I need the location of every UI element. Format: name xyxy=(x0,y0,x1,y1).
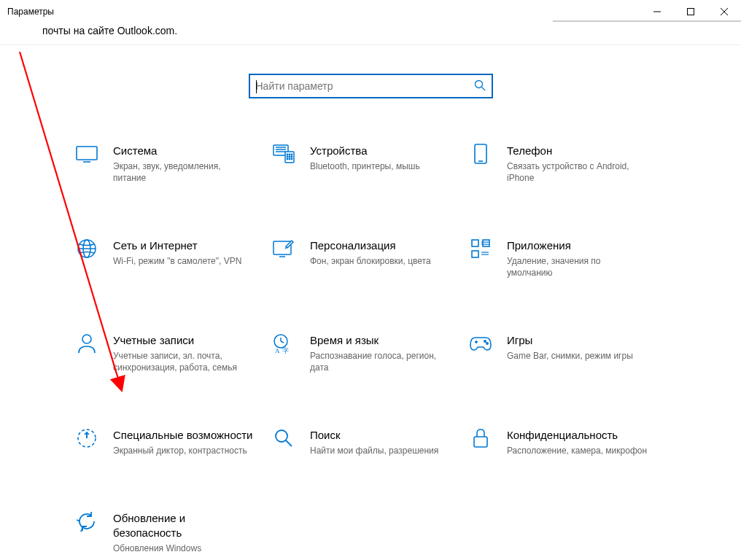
system-icon xyxy=(75,142,98,166)
category-title: Персонализация xyxy=(310,238,451,253)
svg-rect-1 xyxy=(688,8,694,15)
category-title: Система xyxy=(113,144,254,158)
search-input[interactable] xyxy=(256,80,474,92)
svg-point-19 xyxy=(287,158,287,159)
category-accounts[interactable]: Учетные записи Учетные записи, эл. почта… xyxy=(75,333,272,373)
window-titlebar: Параметры xyxy=(0,0,741,23)
ease-of-access-icon xyxy=(75,427,98,450)
update-icon xyxy=(75,510,98,533)
search-box[interactable] xyxy=(249,74,493,98)
category-privacy[interactable]: Конфиденциальность Расположение, камера,… xyxy=(469,428,666,456)
category-title: Обновление и безопасность xyxy=(113,511,254,540)
category-desc: Bluetooth, принтеры, мышь xyxy=(310,160,451,172)
settings-grid: Система Экран, звук, уведомления, питани… xyxy=(75,144,666,554)
category-desc: Связать устройство с Android, iPhone xyxy=(507,160,648,184)
category-desc: Расположение, камера, микрофон xyxy=(507,445,648,456)
category-desc: Game Bar, снимки, режим игры xyxy=(507,350,648,362)
text-caret xyxy=(256,80,257,93)
category-network[interactable]: Сеть и Интернет Wi-Fi, режим "в самолете… xyxy=(75,238,272,279)
svg-rect-32 xyxy=(472,251,478,257)
category-ease-of-access[interactable]: Специальные возможности Экранный диктор,… xyxy=(75,428,272,456)
category-search[interactable]: Поиск Найти мои файлы, разрешения xyxy=(272,428,469,456)
svg-point-13 xyxy=(287,154,287,155)
svg-point-17 xyxy=(289,156,290,157)
category-title: Игры xyxy=(507,333,648,348)
svg-rect-22 xyxy=(475,144,486,163)
svg-line-40 xyxy=(281,341,284,343)
svg-point-37 xyxy=(82,335,91,343)
window-title: Параметры xyxy=(7,7,54,17)
category-gaming[interactable]: Игры Game Bar, снимки, режим игры xyxy=(469,333,666,373)
category-apps[interactable]: Приложения Удаление, значения по умолчан… xyxy=(469,238,666,279)
svg-rect-30 xyxy=(472,240,478,246)
category-desc: Экран, звук, уведомления, питание xyxy=(113,160,254,184)
maximize-button[interactable] xyxy=(674,0,707,23)
close-button[interactable] xyxy=(707,0,741,23)
category-update-security[interactable]: Обновление и безопасность Обновления Win… xyxy=(75,511,272,554)
svg-line-5 xyxy=(481,87,485,90)
category-desc: Удаление, значения по умолчанию xyxy=(507,255,648,279)
subtitle-text: почты на сайте Outlook.com. xyxy=(0,25,741,36)
category-title: Телефон xyxy=(507,144,648,158)
personalization-icon xyxy=(272,237,295,260)
svg-point-14 xyxy=(289,154,290,155)
svg-point-48 xyxy=(276,430,287,442)
svg-rect-31 xyxy=(483,240,489,246)
svg-point-21 xyxy=(291,158,292,159)
category-desc: Найти мои файлы, разрешения xyxy=(310,445,451,456)
category-desc: Обновления Windows xyxy=(113,542,254,554)
apps-icon xyxy=(469,237,492,260)
phone-icon xyxy=(469,142,492,166)
category-desc: Учетные записи, эл. почта, синхронизация… xyxy=(113,350,254,373)
category-time-language[interactable]: A 字 Время и язык Распознавание голоса, р… xyxy=(272,333,469,373)
svg-point-18 xyxy=(291,156,292,157)
minimize-button[interactable] xyxy=(640,0,674,23)
category-title: Специальные возможности xyxy=(113,428,254,443)
category-title: Учетные записи xyxy=(113,333,254,348)
category-phone[interactable]: Телефон Связать устройство с Android, iP… xyxy=(469,144,666,184)
category-desc: Экранный диктор, контрастность xyxy=(113,445,254,456)
svg-text:A: A xyxy=(275,347,280,354)
privacy-icon xyxy=(469,427,492,450)
globe-icon xyxy=(75,237,98,260)
svg-point-43 xyxy=(484,341,486,342)
category-desc: Wi-Fi, режим "в самолете", VPN xyxy=(113,255,254,267)
category-title: Устройства xyxy=(310,144,451,158)
svg-point-44 xyxy=(486,343,488,344)
category-desc: Фон, экран блокировки, цвета xyxy=(310,255,451,267)
category-title: Время и язык xyxy=(310,333,451,348)
window-controls xyxy=(640,0,741,23)
svg-rect-50 xyxy=(474,437,487,447)
category-personalization[interactable]: Персонализация Фон, экран блокировки, цв… xyxy=(272,238,469,279)
svg-point-20 xyxy=(289,158,290,159)
category-title: Сеть и Интернет xyxy=(113,238,254,253)
category-title: Поиск xyxy=(310,428,451,443)
search-icon xyxy=(474,79,486,93)
svg-line-29 xyxy=(285,247,287,249)
search-container xyxy=(0,74,741,98)
accounts-icon xyxy=(75,332,98,355)
devices-icon xyxy=(272,142,295,166)
category-system[interactable]: Система Экран, звук, уведомления, питани… xyxy=(75,144,272,184)
svg-rect-6 xyxy=(77,147,97,160)
category-devices[interactable]: Устройства Bluetooth, принтеры, мышь xyxy=(272,144,469,184)
category-desc: Распознавание голоса, регион, дата xyxy=(310,350,451,373)
gaming-icon xyxy=(469,332,492,355)
svg-point-16 xyxy=(287,156,287,157)
svg-point-4 xyxy=(475,80,482,88)
category-title: Конфиденциальность xyxy=(507,428,648,443)
svg-text:字: 字 xyxy=(282,347,289,354)
header-divider xyxy=(0,44,741,45)
time-language-icon: A 字 xyxy=(272,332,295,355)
title-underline xyxy=(553,20,741,22)
svg-line-49 xyxy=(286,440,292,446)
svg-point-15 xyxy=(291,154,292,155)
category-title: Приложения xyxy=(507,238,648,253)
search-category-icon xyxy=(272,427,295,450)
